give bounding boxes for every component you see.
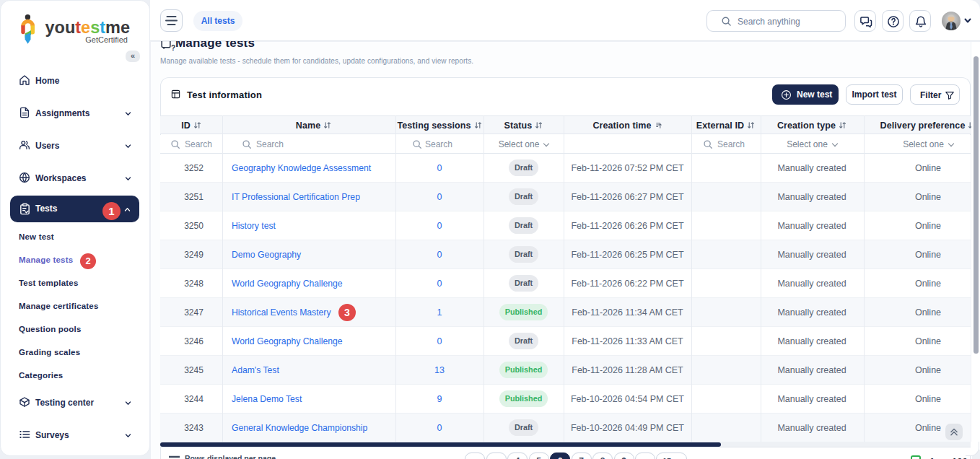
svg-text:GetCertified: GetCertified bbox=[85, 35, 128, 44]
svg-text:youtestme: youtestme bbox=[45, 18, 131, 37]
svg-text:100: 100 bbox=[952, 456, 968, 459]
svg-text:1: 1 bbox=[929, 456, 935, 459]
